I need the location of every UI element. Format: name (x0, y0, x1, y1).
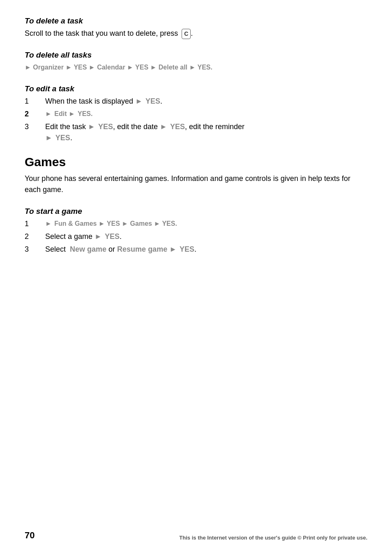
step-content: Select New game or Resume game ► YES. (45, 244, 367, 255)
list-item: 2 Select a game ► YES. (25, 231, 367, 242)
page-number: 70 (25, 530, 35, 541)
step-content: When the task is displayed ► YES. (45, 96, 367, 107)
edit-task-steps: 1 When the task is displayed ► YES. 2 ► … (25, 96, 367, 144)
section-games: Games Your phone has several entertainin… (25, 155, 367, 195)
step-number: 2 (25, 231, 45, 242)
step-number: 1 (25, 218, 45, 229)
edit-task-title: To edit a task (25, 84, 367, 93)
section-delete-all-tasks: To delete all tasks ► Organizer ► YES ► … (25, 51, 367, 73)
section-edit-task: To edit a task 1 When the task is displa… (25, 84, 367, 144)
games-title: Games (25, 155, 367, 169)
step-number-bold: 2 (25, 109, 45, 120)
list-item: 1 When the task is displayed ► YES. (25, 96, 367, 107)
list-item: 3 Edit the task ► YES, edit the date ► Y… (25, 121, 367, 144)
step-number: 3 (25, 244, 45, 255)
step-content: ► Fun & Games ► YES ► Games ► YES. (45, 218, 367, 229)
games-body: Your phone has several entertaining game… (25, 173, 367, 195)
start-game-steps: 1 ► Fun & Games ► YES ► Games ► YES. 2 S… (25, 218, 367, 255)
step-content: ► Edit ► YES. (45, 109, 367, 119)
list-item: 3 Select New game or Resume game ► YES. (25, 244, 367, 255)
step-content: Select a game ► YES. (45, 231, 367, 242)
footer-text: This is the Internet version of the user… (179, 535, 367, 541)
delete-task-title: To delete a task (25, 16, 367, 25)
list-item: 2 ► Edit ► YES. (25, 109, 367, 120)
step-number: 1 (25, 96, 45, 107)
delete-all-tasks-nav: ► Organizer ► YES ► Calendar ► YES ► Del… (25, 62, 367, 73)
page-content: To delete a task Scroll to the task that… (0, 0, 392, 299)
list-item: 1 ► Fun & Games ► YES ► Games ► YES. (25, 218, 367, 229)
section-delete-task: To delete a task Scroll to the task that… (25, 16, 367, 39)
step-content: Edit the task ► YES, edit the date ► YES… (45, 121, 367, 144)
delete-task-body: Scroll to the task that you want to dele… (25, 28, 367, 39)
step-number: 3 (25, 121, 45, 132)
section-start-game: To start a game 1 ► Fun & Games ► YES ► … (25, 207, 367, 255)
page-footer: 70 This is the Internet version of the u… (0, 530, 392, 541)
delete-all-tasks-title: To delete all tasks (25, 51, 367, 60)
start-game-title: To start a game (25, 207, 367, 216)
c-key-icon: C (182, 29, 191, 39)
